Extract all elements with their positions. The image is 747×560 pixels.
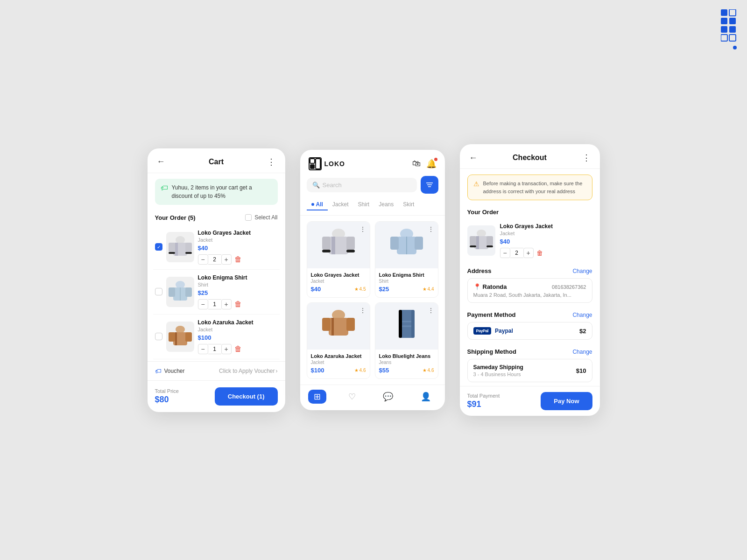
pay-now-button[interactable]: Pay Now (541, 392, 592, 410)
total-payment-section: Total Payment $91 (467, 393, 500, 409)
product-card-1[interactable]: ⋮ Loko Grayes Jacket Jacket (307, 221, 370, 298)
nav-chat[interactable]: 💬 (377, 390, 399, 404)
qty-minus-3[interactable]: − (198, 344, 208, 354)
nav-profile[interactable]: 👤 (415, 390, 437, 404)
product-info-1: Loko Grayes Jacket Jacket $40 ★ 4.5 (307, 268, 370, 297)
qty-plus-3[interactable]: + (221, 344, 232, 354)
qty-minus-2[interactable]: − (198, 299, 208, 309)
product-menu-1[interactable]: ⋮ (359, 225, 366, 233)
product-type-2: Shirt (379, 279, 434, 284)
svg-rect-28 (316, 159, 320, 169)
product-menu-4[interactable]: ⋮ (428, 307, 434, 314)
total-payment-label: Total Payment (467, 393, 500, 399)
svg-rect-18 (169, 287, 175, 297)
paypal-logo: PayPal (473, 327, 492, 335)
notification-icon[interactable]: 🔔 (426, 159, 437, 169)
product-price-4: $55 (379, 367, 389, 374)
product-menu-3[interactable]: ⋮ (359, 307, 366, 314)
item-image-1 (166, 232, 194, 262)
qty-row-3: − 1 + 🗑 (198, 344, 278, 354)
svg-rect-35 (346, 237, 355, 250)
product-info-4: Loko Bluelight Jeans Jeans $55 ★ 4.6 (375, 350, 438, 378)
search-bar[interactable]: 🔍 Search (307, 178, 417, 192)
qty-value-1: 2 (208, 254, 221, 265)
checkout-qty-plus[interactable]: + (523, 248, 534, 258)
product-price-2: $25 (379, 286, 389, 293)
cat-tab-jeans[interactable]: Jeans (374, 199, 398, 210)
paypal-text: Paypal (495, 328, 513, 334)
search-icon: 🔍 (312, 182, 320, 189)
svg-rect-51 (411, 310, 415, 338)
address-change-link[interactable]: Change (572, 268, 592, 274)
product-card-2[interactable]: ⋮ Loko Enigma Shirt Shirt $25 (375, 221, 438, 298)
header-icons: 🛍 🔔 (412, 159, 437, 169)
voucher-row[interactable]: 🏷 Voucher Click to Apply Voucher › (148, 361, 285, 380)
checkout-delete-icon[interactable]: 🗑 (536, 249, 543, 257)
cat-tab-skirt[interactable]: Skirt (398, 199, 419, 210)
cat-tab-all[interactable]: All (307, 199, 328, 210)
product-card-4[interactable]: ⋮ Loko Bluelight Jeans Jeans $55 (375, 302, 438, 379)
voucher-action[interactable]: Click to Apply Voucher › (219, 368, 277, 374)
checkout-order-item: Loko Grayes Jacket Jacket $40 − 2 + 🗑 (460, 219, 600, 263)
checkout-qty-minus[interactable]: − (500, 248, 510, 258)
item-checkbox-2[interactable] (155, 288, 162, 295)
item-checkbox-3[interactable] (155, 333, 162, 340)
qty-minus-1[interactable]: − (198, 254, 208, 265)
shipping-time: 3 - 4 Business Hours (473, 371, 523, 377)
cart-back-button[interactable]: ← (157, 157, 165, 167)
qty-plus-2[interactable]: + (221, 299, 232, 309)
svg-rect-60 (486, 245, 493, 247)
product-menu-2[interactable]: ⋮ (428, 225, 434, 233)
notification-dot (434, 158, 437, 161)
product-name-4: Loko Bluelight Jeans (379, 353, 434, 359)
item-details-2: Loko Enigma Shirt Shirt $25 − 1 + 🗑 (198, 274, 278, 309)
svg-rect-5 (729, 26, 736, 33)
product-rating-4: ★ 4.6 (423, 368, 434, 373)
select-all-checkbox[interactable] (245, 214, 252, 221)
svg-rect-48 (331, 318, 334, 336)
cat-tab-jacket[interactable]: Jacket (328, 199, 353, 210)
address-card: 📍 Ratonda 081638267362 Muara 2 Road, Sou… (467, 278, 592, 303)
cat-tab-shirt[interactable]: Shirt (353, 199, 374, 210)
product-type-1: Jacket (311, 279, 366, 284)
filter-button[interactable] (421, 176, 438, 194)
svg-rect-1 (729, 9, 736, 16)
bag-icon[interactable]: 🛍 (412, 159, 421, 169)
checkout-item-price: $40 (500, 238, 592, 245)
cart-item-3: Loko Azaruka Jacket Jacket $100 − 1 + 🗑 (153, 315, 280, 359)
checkout-button[interactable]: Checkout (1) (215, 387, 278, 406)
delete-icon-2[interactable]: 🗑 (234, 300, 242, 308)
brand-logo (721, 9, 738, 51)
svg-rect-19 (185, 287, 192, 297)
qty-plus-1[interactable]: + (221, 254, 232, 265)
payment-change-link[interactable]: Change (572, 312, 592, 318)
product-type-3: Jacket (311, 360, 366, 365)
delete-icon-1[interactable]: 🗑 (234, 255, 242, 264)
product-price-1: $40 (311, 286, 321, 293)
svg-rect-14 (169, 252, 175, 254)
delete-icon-3[interactable]: 🗑 (234, 345, 242, 353)
shipping-change-link[interactable]: Change (572, 349, 592, 355)
product-card-3[interactable]: ⋮ Loko Azaruka Jacket Jacket $100 (307, 302, 370, 379)
checkout-item-name: Loko Grayes Jacket (500, 223, 592, 230)
total-price-label: Total Price (155, 388, 179, 394)
svg-rect-2 (721, 18, 727, 24)
nav-wishlist[interactable]: ♡ (343, 390, 361, 404)
svg-rect-3 (729, 18, 736, 24)
check-icon: ✓ (157, 245, 161, 250)
checkout-back-button[interactable]: ← (469, 153, 478, 163)
item-image-3 (166, 322, 194, 352)
shipping-card: Sameday Shipping 3 - 4 Business Hours $1… (467, 359, 592, 382)
item-checkbox-1[interactable]: ✓ (155, 243, 162, 251)
nav-home[interactable]: ⊞ (308, 390, 326, 404)
search-input[interactable]: Search (323, 182, 342, 189)
svg-rect-26 (310, 159, 315, 163)
cat-tab-all-label: All (316, 201, 323, 208)
checkout-item-image (467, 225, 495, 256)
select-all-row[interactable]: Select All (245, 214, 277, 221)
cart-screen: ← Cart ⋮ 🏷 Yuhuu, 2 items in your cart g… (148, 148, 285, 412)
search-screen: LOKO 🛍 🔔 🔍 Search (300, 150, 445, 410)
logo-icon (309, 157, 322, 170)
cart-menu-button[interactable]: ⋮ (267, 157, 275, 167)
checkout-menu-button[interactable]: ⋮ (582, 153, 591, 163)
